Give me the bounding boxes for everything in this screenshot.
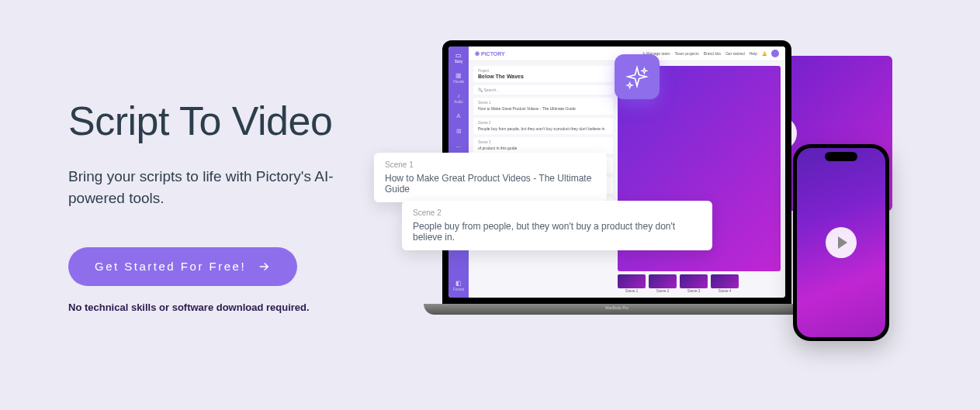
elements-icon: ⊞ <box>455 127 462 135</box>
story-icon: ▭ <box>455 51 462 59</box>
search-input[interactable]: 🔍 Search... <box>473 85 613 95</box>
play-icon[interactable] <box>826 227 857 258</box>
hero-note: No technical skills or software download… <box>68 301 386 313</box>
hero-section: Script To Video Bring your scripts to li… <box>0 0 980 410</box>
audio-icon: ♪ <box>455 91 462 99</box>
scene-card[interactable]: Scene 2People buy from people, but they … <box>473 118 613 135</box>
visuals-icon: ▦ <box>455 71 462 79</box>
floating-scene-card-1: Scene 1 How to Make Great Product Videos… <box>374 153 607 202</box>
sidebar-item-elements[interactable]: ⊞ <box>451 127 466 135</box>
preview-column: Scene 1 Scene 2 Scene 3 Scene 4 <box>618 66 781 293</box>
nav-brand-kits[interactable]: Brand kits <box>704 51 721 56</box>
project-title-card: Project Below The Waves <box>473 66 613 82</box>
scene-card[interactable]: Scene 1How to Make Great Product Videos … <box>473 98 613 115</box>
floating-scene-card-2: Scene 2 People buy from people, but they… <box>402 201 712 250</box>
sidebar-item-visuals[interactable]: ▦Visuals <box>451 71 466 84</box>
nav-team-projects[interactable]: Team projects <box>675 51 699 56</box>
app-logo[interactable]: ◉ PICTORY <box>475 50 505 57</box>
thumbnail[interactable]: Scene 3 <box>680 274 708 293</box>
phone-screen <box>797 148 885 337</box>
thumbnail[interactable]: Scene 1 <box>618 274 646 293</box>
device-mockups: ▭Story ▦Visuals ♪Audio A ⊞ ⋯ ◧Format ◉ P… <box>442 40 980 350</box>
sidebar-item-more[interactable]: ⋯ <box>451 143 466 150</box>
sidebar-item-story[interactable]: ▭Story <box>451 51 466 64</box>
scene-thumbnails: Scene 1 Scene 2 Scene 3 Scene 4 <box>618 274 781 293</box>
sidebar-item-audio[interactable]: ♪Audio <box>451 91 466 104</box>
sidebar-item-text[interactable]: A <box>451 112 466 119</box>
arrow-right-icon <box>257 260 271 274</box>
avatar[interactable] <box>771 50 779 57</box>
more-icon: ⋯ <box>455 143 462 150</box>
thumbnail[interactable]: Scene 2 <box>649 274 677 293</box>
ai-sparkle-badge <box>615 54 660 99</box>
sidebar-item-format[interactable]: ◧Format <box>451 279 466 291</box>
thumbnail[interactable]: Scene 4 <box>711 274 739 293</box>
phone-notch <box>825 152 857 161</box>
nav-get-started[interactable]: Get started <box>725 51 745 56</box>
hero-content: Script To Video Bring your scripts to li… <box>68 98 386 313</box>
text-icon: A <box>455 112 462 119</box>
logo-icon: ◉ <box>475 50 480 57</box>
nav-help[interactable]: Help <box>750 51 757 56</box>
cta-label: Get Started For Free! <box>95 260 246 273</box>
laptop-base: MacBook Pro <box>424 304 810 315</box>
sparkle-icon <box>624 64 650 90</box>
scene-card[interactable]: Scene 3of product in this guide <box>473 137 613 154</box>
page-subtitle: Bring your scripts to life with Pictory'… <box>68 166 386 210</box>
phone-mockup <box>793 144 889 341</box>
format-icon: ◧ <box>455 279 462 287</box>
get-started-button[interactable]: Get Started For Free! <box>68 247 297 286</box>
project-name: Below The Waves <box>478 74 608 79</box>
bell-icon[interactable]: 🔔 <box>762 51 767 56</box>
page-title: Script To Video <box>68 98 386 144</box>
app-nav: ✎ Manage team Team projects Brand kits G… <box>642 50 779 57</box>
